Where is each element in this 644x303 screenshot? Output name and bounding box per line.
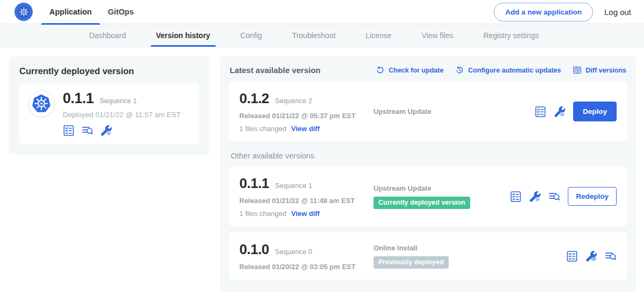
subnav-tab-version-history-label: Version history bbox=[156, 31, 210, 40]
view-config-icon[interactable] bbox=[586, 250, 597, 262]
view-diff-link[interactable]: View diff bbox=[291, 210, 319, 218]
subnav-tab-license-label: License bbox=[365, 31, 391, 40]
version-card-0-1-2: 0.1.2 Sequence 2 Released 01/21/22 @ 05:… bbox=[229, 82, 627, 141]
top-navbar: Application GitOps Add a new application… bbox=[0, 0, 644, 24]
logout-link[interactable]: Log out bbox=[604, 8, 631, 17]
release-notes-icon[interactable] bbox=[510, 191, 522, 203]
kubernetes-logo-icon bbox=[14, 3, 33, 21]
edit-config-icon[interactable] bbox=[100, 125, 112, 136]
subnav-tab-dashboard-label: Dashboard bbox=[89, 31, 126, 40]
tab-gitops-label: GitOps bbox=[108, 8, 134, 16]
release-notes-icon[interactable] bbox=[63, 125, 75, 136]
version-source-label: Upstream Update bbox=[374, 184, 504, 192]
subnav-tab-dashboard[interactable]: Dashboard bbox=[74, 24, 141, 47]
released-timestamp: Released 01/21/22 @ 11:48 am EST bbox=[239, 197, 374, 205]
subnav-tab-view-files-label: View files bbox=[422, 31, 453, 40]
release-notes-icon[interactable] bbox=[566, 250, 578, 262]
tab-application[interactable]: Application bbox=[41, 0, 100, 24]
edit-config-icon[interactable] bbox=[554, 106, 566, 118]
check-for-update-label: Check for update bbox=[389, 67, 443, 74]
tab-gitops[interactable]: GitOps bbox=[100, 0, 142, 24]
view-logs-icon[interactable] bbox=[548, 191, 560, 203]
diff-icon bbox=[573, 66, 582, 75]
configure-automatic-updates-label: Configure automatic updates bbox=[468, 67, 561, 74]
deployed-version-info: 0.1.1 Sequence 1 Deployed 01/21/22 @ 11:… bbox=[63, 90, 181, 136]
deployed-version-number: 0.1.1 bbox=[63, 90, 94, 107]
refresh-icon bbox=[376, 66, 385, 75]
files-changed-label: 1 files changed bbox=[239, 125, 286, 133]
app-subnav: Dashboard Version history Config Trouble… bbox=[0, 24, 644, 47]
version-card-0-1-1: 0.1.1 Sequence 1 Released 01/21/22 @ 11:… bbox=[229, 167, 627, 226]
subnav-tab-config[interactable]: Config bbox=[225, 24, 277, 47]
subnav-tab-version-history[interactable]: Version history bbox=[141, 24, 225, 47]
version-number: 0.1.1 bbox=[239, 175, 269, 192]
diff-versions-label: Diff versions bbox=[586, 67, 626, 74]
version-source-label: Online Install bbox=[374, 244, 561, 252]
available-versions-panel: Latest available version Check for updat… bbox=[220, 56, 636, 292]
diff-versions-link[interactable]: Diff versions bbox=[573, 66, 626, 75]
main-content: Currently deployed version 0.1.1 Sequenc… bbox=[0, 47, 644, 292]
sequence-label: Sequence 0 bbox=[275, 248, 312, 256]
deploy-button[interactable]: Deploy bbox=[573, 102, 617, 121]
currently-deployed-badge: Currently deployed version bbox=[374, 197, 470, 209]
release-notes-icon[interactable] bbox=[535, 106, 546, 118]
tab-application-label: Application bbox=[49, 8, 92, 16]
subnav-tab-troubleshoot[interactable]: Troubleshoot bbox=[277, 24, 350, 47]
subnav-tab-registry-settings[interactable]: Registry settings bbox=[468, 24, 553, 47]
edit-config-icon[interactable] bbox=[529, 191, 541, 203]
sequence-label: Sequence 2 bbox=[275, 97, 312, 105]
view-logs-icon[interactable] bbox=[605, 250, 617, 262]
version-card-0-1-0: 0.1.0 Sequence 0 Released 01/20/22 @ 03:… bbox=[229, 233, 627, 279]
version-source-label: Upstream Update bbox=[374, 107, 529, 116]
deployed-timestamp: Deployed 01/21/22 @ 11:57 am EST bbox=[63, 111, 181, 119]
currently-deployed-title: Currently deployed version bbox=[19, 66, 199, 76]
configure-automatic-updates-link[interactable]: Configure automatic updates bbox=[455, 66, 561, 75]
topnav-right: Add a new application Log out bbox=[494, 3, 631, 21]
schedule-update-icon bbox=[455, 66, 464, 75]
version-number: 0.1.2 bbox=[239, 90, 269, 107]
subnav-tab-registry-settings-label: Registry settings bbox=[483, 31, 538, 40]
deployed-sequence-label: Sequence 1 bbox=[100, 97, 137, 105]
check-for-update-link[interactable]: Check for update bbox=[376, 66, 443, 75]
sequence-label: Sequence 1 bbox=[275, 182, 312, 190]
subnav-tab-license[interactable]: License bbox=[350, 24, 406, 47]
redeploy-button[interactable]: Redeploy bbox=[568, 187, 617, 206]
app-kubernetes-logo-icon bbox=[28, 90, 55, 117]
released-timestamp: Released 01/21/22 @ 05:37 pm EST bbox=[239, 112, 374, 120]
view-diff-link[interactable]: View diff bbox=[291, 125, 319, 133]
latest-available-title: Latest available version bbox=[230, 66, 320, 75]
add-application-button[interactable]: Add a new application bbox=[494, 3, 593, 21]
subnav-tab-troubleshoot-label: Troubleshoot bbox=[292, 31, 335, 40]
files-changed-label: 1 files changed bbox=[239, 210, 286, 218]
subnav-tab-view-files[interactable]: View files bbox=[407, 24, 469, 47]
other-versions-title: Other available versions bbox=[231, 152, 625, 160]
previously-deployed-badge: Previously deployed bbox=[374, 256, 449, 269]
released-timestamp: Released 01/20/22 @ 03:05 pm EST bbox=[239, 263, 374, 271]
currently-deployed-panel: Currently deployed version 0.1.1 Sequenc… bbox=[9, 56, 210, 155]
view-logs-icon[interactable] bbox=[82, 125, 93, 136]
version-number: 0.1.0 bbox=[239, 241, 269, 258]
deployed-version-card: 0.1.1 Sequence 1 Deployed 01/21/22 @ 11:… bbox=[19, 83, 199, 144]
subnav-tab-config-label: Config bbox=[240, 31, 262, 40]
top-nav: Application GitOps bbox=[41, 0, 142, 24]
